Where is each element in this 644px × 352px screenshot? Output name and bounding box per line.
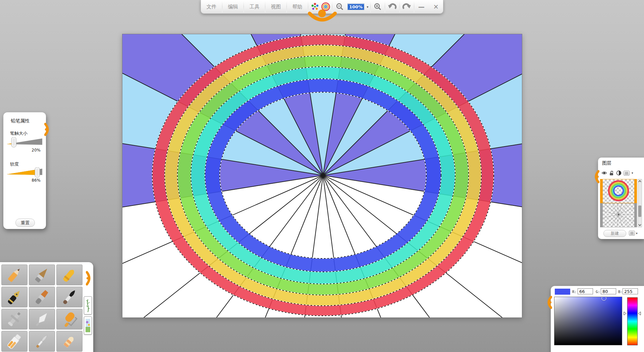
tool-flat-brush-button[interactable] <box>29 287 55 307</box>
menu-item-3[interactable]: 视图 <box>265 0 286 13</box>
layers-menu-dropdown-icon[interactable]: ▾ <box>632 171 633 175</box>
menu-item-2[interactable]: 工具 <box>244 0 265 13</box>
layer-thumbnail[interactable] <box>603 179 634 203</box>
menu-item-1[interactable]: 编辑 <box>222 0 244 13</box>
pencil-properties-panel: 铅笔属性 笔触大小 20% 软度 86% 重置 <box>3 112 46 229</box>
canvas-area[interactable] <box>122 34 522 318</box>
airbrush-icon <box>5 310 24 329</box>
paint-bottle-icon <box>5 332 24 351</box>
red-label: R: <box>572 290 577 294</box>
zoom-in-button[interactable] <box>371 0 385 13</box>
wood-pen-icon <box>33 266 51 284</box>
saturation-value-picker[interactable] <box>554 297 622 345</box>
clown-eye-right-icon[interactable] <box>321 2 330 12</box>
red-input[interactable]: 66 <box>578 288 593 294</box>
layers-scrollbar[interactable] <box>638 179 642 227</box>
tool-airbrush-button[interactable] <box>1 309 28 330</box>
clown-eyes-group <box>308 0 332 13</box>
layer-row-rainbow-ring-layer[interactable] <box>600 179 637 203</box>
eraser-icon <box>60 332 79 351</box>
tool-palette-knife-button[interactable] <box>29 309 55 330</box>
tools-panel <box>0 262 93 352</box>
minimize-button[interactable]: — <box>414 0 429 13</box>
layers-panel-title: 图层 <box>602 160 611 166</box>
tool-paint-bottle-button[interactable] <box>1 331 28 352</box>
clown-eye-left-icon[interactable] <box>310 2 320 12</box>
ink-brush-icon <box>60 288 79 306</box>
main-toolbar: 文件编辑工具视图帮助 <box>201 0 443 14</box>
scroll-down-icon[interactable] <box>638 223 642 227</box>
softness-label: 软度 <box>10 161 19 167</box>
tool-fine-brush-button[interactable] <box>29 331 55 352</box>
layers-panel-handle[interactable] <box>593 170 599 184</box>
hue-marker-right-icon[interactable] <box>638 311 641 315</box>
zoom-level-value[interactable]: 100% <box>348 4 364 10</box>
pencil-icon <box>5 266 24 284</box>
palette-knife-icon <box>33 310 51 329</box>
hue-marker-left-icon[interactable] <box>624 311 627 315</box>
tool-pencil-button[interactable] <box>1 265 28 285</box>
app-root: 文件编辑工具视图帮助 <box>0 0 644 352</box>
zoom-dropdown-arrow[interactable]: ▾ <box>365 0 370 13</box>
zoom-out-button[interactable] <box>332 0 347 13</box>
tool-grid <box>1 265 83 352</box>
tool-fountain-pen-button[interactable] <box>1 287 28 307</box>
layers-menu-button[interactable] <box>624 171 630 176</box>
color-panel-handle[interactable] <box>546 295 552 309</box>
reset-button[interactable]: 重置 <box>15 219 35 227</box>
hue-strip[interactable] <box>627 297 638 345</box>
brush-size-slider[interactable] <box>6 137 44 148</box>
redo-button[interactable] <box>400 0 414 13</box>
pencil-panel-handle[interactable] <box>44 122 50 136</box>
layer-options-dropdown-icon[interactable]: ▾ <box>636 232 638 235</box>
plant-stamp-button[interactable] <box>84 296 92 314</box>
tool-crayon-button[interactable] <box>56 265 83 285</box>
new-layer-button[interactable]: 新建 <box>603 230 626 237</box>
crayon-icon <box>60 266 79 284</box>
brush-size-value: 20% <box>32 148 41 153</box>
menu-group: 文件编辑工具视图帮助 <box>201 0 308 13</box>
fine-brush-icon <box>33 332 51 351</box>
tool-eraser-button[interactable] <box>56 331 83 352</box>
blue-input[interactable]: 255 <box>623 288 638 294</box>
close-button[interactable]: ✕ <box>429 0 443 13</box>
layer-row-radial-fan-layer[interactable] <box>600 203 637 227</box>
menu-item-4[interactable]: 帮助 <box>287 0 308 13</box>
tool-paint-roller-button[interactable] <box>56 309 83 330</box>
current-color-swatch <box>555 289 570 295</box>
layer-opacity-icon[interactable] <box>616 170 622 176</box>
layers-panel: 图层 ▾ 新建 ▾ <box>598 158 644 239</box>
tool-ink-brush-button[interactable] <box>56 287 83 307</box>
flat-brush-icon <box>33 288 51 306</box>
zoom-level-field[interactable]: 100% <box>347 0 365 13</box>
layer-list <box>600 179 637 227</box>
paint-roller-icon <box>60 310 79 329</box>
blue-label: B: <box>618 290 623 294</box>
layer-options-button[interactable] <box>629 231 635 236</box>
scroll-up-icon[interactable] <box>638 179 642 183</box>
green-input[interactable]: 80 <box>601 288 616 294</box>
pencil-panel-title: 铅笔属性 <box>11 118 30 124</box>
undo-button[interactable] <box>385 0 399 13</box>
green-label: G: <box>596 290 600 294</box>
brush-size-label: 笔触大小 <box>10 130 28 136</box>
scene-stamp-button[interactable] <box>84 316 92 335</box>
menu-item-0[interactable]: 文件 <box>201 0 222 13</box>
layer-visibility-icon[interactable] <box>601 171 607 175</box>
softness-value: 86% <box>32 178 41 183</box>
tool-wood-pen-button[interactable] <box>29 265 55 285</box>
sv-cursor-icon[interactable] <box>601 296 606 301</box>
softness-slider[interactable] <box>6 167 44 178</box>
fountain-pen-icon <box>5 288 24 306</box>
rainbow-wheel-drawing[interactable] <box>122 34 522 317</box>
tools-panel-handle[interactable] <box>86 270 92 286</box>
layer-lock-icon[interactable] <box>609 170 614 176</box>
scrollbar-thumb[interactable] <box>638 206 641 217</box>
layer-thumbnail[interactable] <box>603 203 634 227</box>
color-picker-panel: R: 66 G: 80 B: 255 <box>551 286 644 352</box>
